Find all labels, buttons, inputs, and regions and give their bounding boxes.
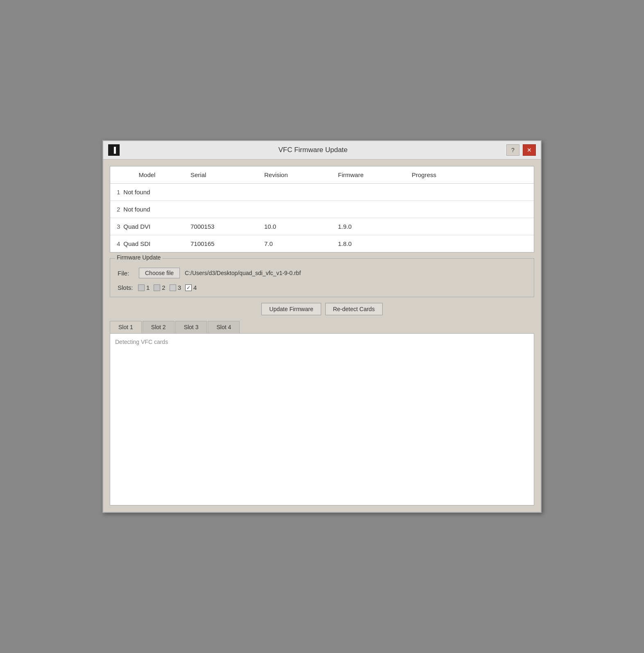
tab-slot-2[interactable]: Slot 2 [143, 321, 175, 333]
slot-4-item: 4 [185, 284, 197, 291]
cell-serial-1 [184, 184, 258, 201]
tab-slot-3[interactable]: Slot 3 [175, 321, 207, 333]
table-header-row: Model Serial Revision Firmware Progress [110, 166, 534, 184]
buttons-row: Update Firmware Re-detect Cards [110, 303, 534, 315]
update-firmware-button[interactable]: Update Firmware [261, 303, 321, 315]
cell-serial-4: 7100165 [184, 235, 258, 253]
cell-progress-3 [405, 218, 534, 235]
slot-2-checkbox[interactable] [154, 284, 160, 291]
file-row: File: Choose file C:/Users/d3/Desktop/qu… [118, 268, 526, 278]
app-icon: ▐ [108, 144, 120, 156]
slot-1-label: 1 [146, 284, 150, 291]
firmware-update-section: Firmware Update File: Choose file C:/Use… [110, 258, 534, 297]
window-title: VFC Firmware Update [120, 146, 506, 154]
cell-progress-2 [405, 201, 534, 218]
col-header-serial: Serial [184, 166, 258, 184]
title-bar-left: ▐ [108, 144, 120, 156]
choose-file-button[interactable]: Choose file [139, 268, 180, 278]
slot-3-item: 3 [170, 284, 181, 291]
cell-model-1: 1Not found [110, 184, 184, 201]
tabs-container: Slot 1 Slot 2 Slot 3 Slot 4 Detecting VF… [110, 321, 534, 505]
card-table: Model Serial Revision Firmware Progress … [110, 166, 534, 252]
slot-2-label: 2 [162, 284, 165, 291]
slot-4-label: 4 [193, 284, 197, 291]
cell-serial-2 [184, 201, 258, 218]
cell-revision-4: 7.0 [258, 235, 331, 253]
close-button[interactable]: ✕ [523, 144, 536, 156]
tab-slot-1[interactable]: Slot 1 [110, 321, 142, 333]
slot-4-checkbox[interactable] [185, 284, 192, 291]
tab-slot-4[interactable]: Slot 4 [208, 321, 240, 333]
main-window: ▐ VFC Firmware Update ? ✕ Model Serial R… [102, 140, 542, 513]
cell-progress-4 [405, 235, 534, 253]
slot-2-item: 2 [154, 284, 165, 291]
title-bar: ▐ VFC Firmware Update ? ✕ [103, 141, 541, 159]
cell-revision-3: 10.0 [258, 218, 331, 235]
cell-firmware-4: 1.8.0 [331, 235, 405, 253]
cell-revision-1 [258, 184, 331, 201]
file-path: C:/Users/d3/Desktop/quad_sdi_vfc_v1-9-0.… [185, 270, 301, 276]
card-table-container: Model Serial Revision Firmware Progress … [110, 166, 534, 253]
log-text: Detecting VFC cards [115, 339, 168, 345]
cell-serial-3: 7000153 [184, 218, 258, 235]
window-content: Model Serial Revision Firmware Progress … [103, 159, 541, 512]
slot-1-item: 1 [138, 284, 150, 291]
cell-firmware-1 [331, 184, 405, 201]
log-panel: Detecting VFC cards [110, 333, 534, 505]
slot-1-checkbox[interactable] [138, 284, 145, 291]
help-button[interactable]: ? [506, 144, 519, 156]
file-label: File: [118, 270, 134, 277]
tabs-header: Slot 1 Slot 2 Slot 3 Slot 4 [110, 321, 534, 333]
table-row: 4Quad SDI 7100165 7.0 1.8.0 [110, 235, 534, 253]
table-row: 1Not found [110, 184, 534, 201]
cell-model-3: 3Quad DVI [110, 218, 184, 235]
col-header-firmware: Firmware [331, 166, 405, 184]
re-detect-cards-button[interactable]: Re-detect Cards [325, 303, 383, 315]
cell-model-4: 4Quad SDI [110, 235, 184, 253]
slots-row: Slots: 1 2 3 4 [118, 284, 526, 291]
table-row: 3Quad DVI 7000153 10.0 1.9.0 [110, 218, 534, 235]
slot-3-checkbox[interactable] [170, 284, 176, 291]
table-row: 2Not found [110, 201, 534, 218]
cell-firmware-2 [331, 201, 405, 218]
card-table-body: 1Not found 2Not found 3Quad DVI 7000153 … [110, 184, 534, 253]
title-bar-controls: ? ✕ [506, 144, 536, 156]
cell-revision-2 [258, 201, 331, 218]
cell-firmware-3: 1.9.0 [331, 218, 405, 235]
col-header-revision: Revision [258, 166, 331, 184]
cell-progress-1 [405, 184, 534, 201]
col-header-model: Model [110, 166, 184, 184]
cell-model-2: 2Not found [110, 201, 184, 218]
slot-3-label: 3 [178, 284, 181, 291]
firmware-update-label: Firmware Update [115, 254, 162, 261]
col-header-progress: Progress [405, 166, 534, 184]
slots-label: Slots: [118, 284, 134, 291]
